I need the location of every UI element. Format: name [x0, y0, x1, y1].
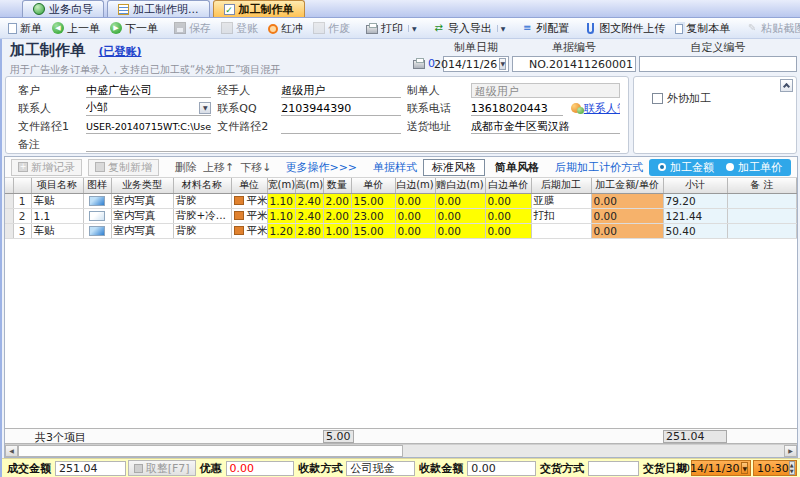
- photo-thumbnail[interactable]: [89, 226, 105, 236]
- delivery-date-field[interactable]: 2014/11/30 ▼: [691, 460, 751, 476]
- scrollbar-thumb[interactable]: [18, 445, 403, 457]
- cell-name[interactable]: 车贴: [31, 193, 83, 208]
- scroll-left-icon[interactable]: ◀: [5, 445, 18, 457]
- cell-type[interactable]: 室内写真: [111, 193, 173, 208]
- column-header-宽(m)[interactable]: 宽(m): [267, 178, 295, 193]
- column-header-白边(m)[interactable]: 白边(m): [395, 178, 435, 193]
- posted-status-link[interactable]: (已登账): [99, 45, 142, 58]
- simple-style-button[interactable]: 简单风格: [491, 159, 543, 176]
- cell-price[interactable]: 23.00: [351, 208, 395, 223]
- cell-post_process[interactable]: 亚膜: [531, 193, 591, 208]
- next-button[interactable]: ▶下一单: [106, 20, 162, 37]
- contact-manage-link[interactable]: 联系人管理: [571, 101, 620, 116]
- row-selector[interactable]: [5, 193, 13, 208]
- remark-field[interactable]: [86, 137, 620, 152]
- cell-unit[interactable]: 平米: [231, 193, 267, 208]
- delete-row-button[interactable]: 删除: [175, 160, 197, 175]
- cell-type[interactable]: 室内写真: [111, 223, 173, 238]
- pricing-radio-option[interactable]: 加工金额: [658, 160, 714, 175]
- file-path1-field[interactable]: USER-20140715WT:C:\Users: [86, 119, 211, 134]
- cell-qty[interactable]: 1.00: [323, 223, 351, 238]
- time-spinner[interactable]: ▲▼: [789, 461, 795, 475]
- cell-margin_price[interactable]: 0.00: [485, 223, 531, 238]
- cell-margin[interactable]: 0.00: [395, 223, 435, 238]
- cell-margin_price[interactable]: 0.00: [485, 208, 531, 223]
- row-selector[interactable]: [5, 223, 13, 238]
- column-header-图样[interactable]: 图样: [83, 178, 111, 193]
- cell-post_process[interactable]: 打扣: [531, 208, 591, 223]
- column-header-赠白边(m)[interactable]: 赠白边(m): [435, 178, 485, 193]
- cell-qty[interactable]: 2.00: [323, 208, 351, 223]
- cell-remark[interactable]: [727, 208, 797, 223]
- cell-margin[interactable]: 0.00: [395, 208, 435, 223]
- column-header-数量[interactable]: 数量: [323, 178, 351, 193]
- contact-dropdown[interactable]: 小邹 ▼: [86, 101, 211, 116]
- cell-name[interactable]: 1.1: [31, 208, 83, 223]
- column-header-高(m)[interactable]: 高(m): [295, 178, 323, 193]
- column-header-加工金额/单价[interactable]: 加工金额/单价: [591, 178, 663, 193]
- spinner-down-icon[interactable]: ▼: [790, 468, 794, 474]
- print-button[interactable]: 打印▼: [362, 20, 421, 37]
- pay-method-field[interactable]: 公司现金: [346, 461, 415, 476]
- handler-field[interactable]: 超级用户: [281, 83, 400, 98]
- cell-price[interactable]: 15.00: [351, 223, 395, 238]
- cell-width[interactable]: 1.10: [267, 208, 295, 223]
- column-header-小计[interactable]: 小计: [663, 178, 727, 193]
- cell-height[interactable]: 2.40: [295, 193, 323, 208]
- chevron-down-icon[interactable]: ▼: [741, 462, 748, 474]
- chevron-down-icon[interactable]: ▼: [199, 102, 211, 114]
- cell-unit[interactable]: 平米: [231, 208, 267, 223]
- row-selector[interactable]: [5, 208, 13, 223]
- cell-remark[interactable]: [727, 193, 797, 208]
- cell-thumb[interactable]: [83, 193, 111, 208]
- outsource-checkbox-row[interactable]: 外协加工: [652, 91, 796, 106]
- cell-material[interactable]: 背胶+冷...: [173, 208, 231, 223]
- order-date-field[interactable]: 2014/11/26 ▼: [443, 56, 509, 72]
- cell-gift_margin[interactable]: 0.00: [435, 193, 485, 208]
- checkbox-icon[interactable]: [652, 93, 663, 104]
- column-header[interactable]: [13, 178, 31, 193]
- cell-process_amount[interactable]: 0.00: [591, 193, 663, 208]
- photo-thumbnail[interactable]: [89, 196, 105, 206]
- move-up-button[interactable]: 上移↑: [203, 160, 234, 175]
- prev-button[interactable]: ◀上一单: [48, 20, 104, 37]
- collapse-panel-button[interactable]: [780, 79, 793, 92]
- cell-width[interactable]: 1.10: [267, 193, 295, 208]
- cell-thumb[interactable]: [83, 208, 111, 223]
- file-path2-field[interactable]: [281, 119, 400, 134]
- cell-margin_price[interactable]: 0.00: [485, 193, 531, 208]
- cell-gift_margin[interactable]: 0.00: [435, 223, 485, 238]
- column-header-业务类型[interactable]: 业务类型: [111, 178, 173, 193]
- column-header-项目名称[interactable]: 项目名称: [31, 178, 83, 193]
- column-config-button[interactable]: ≡列配置: [517, 20, 573, 37]
- cell-margin[interactable]: 0.00: [395, 193, 435, 208]
- tab-2-active[interactable]: ✓加工制作单: [213, 0, 305, 17]
- standard-style-button[interactable]: 标准风格: [423, 159, 485, 176]
- cell-height[interactable]: 2.80: [295, 223, 323, 238]
- cell-name[interactable]: 车贴: [31, 223, 83, 238]
- cell-qty[interactable]: 2.00: [323, 193, 351, 208]
- new-doc-button[interactable]: 新单: [4, 20, 46, 37]
- custom-no-field[interactable]: [639, 56, 797, 72]
- pay-amount-field[interactable]: 0.00: [467, 461, 536, 476]
- doc-no-field[interactable]: NO.201411260001: [512, 56, 636, 72]
- cell-remark[interactable]: [727, 223, 797, 238]
- column-header-备 注[interactable]: 备 注: [727, 178, 797, 193]
- cell-post_process[interactable]: [531, 223, 591, 238]
- tab-1[interactable]: 加工制作明...: [107, 0, 210, 17]
- red-flush-button[interactable]: 红冲: [264, 20, 307, 37]
- deal-amount-field[interactable]: 251.04: [55, 461, 126, 476]
- more-actions-link[interactable]: 更多操作>>>: [285, 160, 357, 175]
- chevron-down-icon[interactable]: ▼: [497, 25, 506, 32]
- column-header-单价[interactable]: 单价: [351, 178, 395, 193]
- import-export-button[interactable]: ⇄导入导出▼: [429, 20, 510, 37]
- delivery-time-field[interactable]: 10:30 ▲▼: [753, 460, 797, 476]
- doc-style-link[interactable]: 单据样式: [373, 160, 417, 175]
- cell-price[interactable]: 15.00: [351, 193, 395, 208]
- cell-material[interactable]: 背胶: [173, 193, 231, 208]
- pricing-radio-option[interactable]: 加工单价: [726, 160, 782, 175]
- move-down-button[interactable]: 下移↓: [240, 160, 271, 175]
- cell-unit[interactable]: 平米: [231, 223, 267, 238]
- chevron-down-icon[interactable]: ▼: [499, 58, 506, 70]
- delivery-method-field[interactable]: [588, 461, 639, 476]
